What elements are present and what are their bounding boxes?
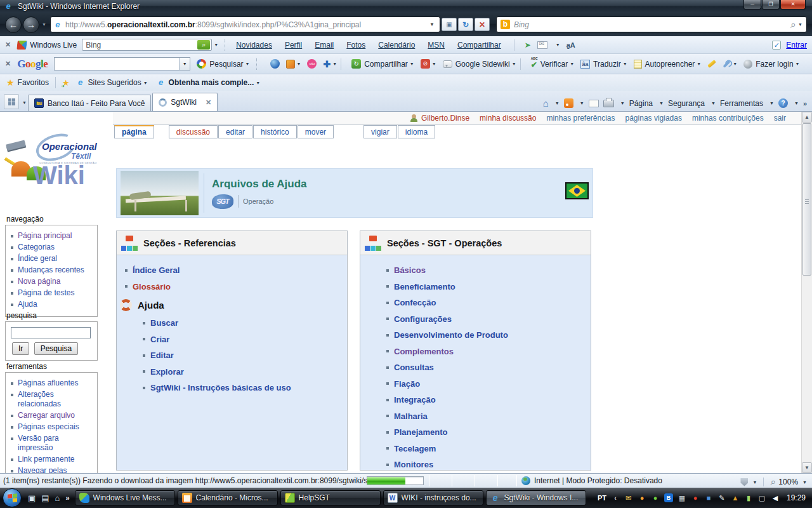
translate-button[interactable]: Traduzir <box>593 60 621 69</box>
map-pin-icon[interactable] <box>525 41 531 50</box>
live-toolbar-link[interactable]: Fotos <box>346 41 365 50</box>
page-menu[interactable]: Página <box>629 99 653 108</box>
sign-in-link[interactable]: Entrar <box>786 41 807 50</box>
personal-link[interactable]: minha discussão <box>480 114 536 123</box>
back-button[interactable]: ← <box>5 17 22 33</box>
section-link[interactable]: Tecelagem <box>394 444 436 453</box>
wiki-search-input[interactable] <box>11 327 91 338</box>
rss-dropdown[interactable] <box>580 101 584 105</box>
volume-icon[interactable]: ◀ <box>771 494 780 502</box>
section-link[interactable]: Integração <box>394 395 436 404</box>
bluetooth-icon[interactable]: B <box>664 493 673 502</box>
personal-link[interactable]: minhas preferências <box>546 114 615 123</box>
sidebar-tool-link[interactable]: Páginas afluentes <box>18 378 78 388</box>
sidebar-tool-link[interactable]: Link permanente <box>18 455 74 464</box>
google-earth-icon[interactable] <box>270 59 280 69</box>
tab-list-dropdown[interactable] <box>22 100 27 105</box>
section-link[interactable]: Beneficiamento <box>394 282 455 291</box>
command-overflow-icon[interactable] <box>803 100 807 107</box>
wiki-page-tab[interactable]: mover <box>298 125 334 138</box>
quick-launch-overflow-icon[interactable] <box>65 494 69 502</box>
print-dropdown[interactable] <box>620 101 625 105</box>
section-link[interactable]: Confecção <box>394 298 436 307</box>
section-link[interactable]: Consultas <box>394 363 434 372</box>
taskbar-button[interactable]: Calendário - Micros... <box>178 490 278 505</box>
share-icon[interactable] <box>351 59 361 69</box>
popup-blocker-dropdown[interactable] <box>432 62 436 66</box>
toolbar-close-icon[interactable] <box>5 60 11 68</box>
autofill-button[interactable]: Autopreencher <box>645 60 695 69</box>
autofill-icon[interactable] <box>634 60 642 69</box>
recent-pages-dropdown[interactable] <box>42 22 46 27</box>
add-buttons-icon[interactable] <box>323 59 331 69</box>
search-icon[interactable] <box>790 19 796 30</box>
taskbar-button[interactable]: Windows Live Mess... <box>75 490 175 505</box>
popup-blocker-icon[interactable] <box>421 59 430 69</box>
live-toolbar-link[interactable]: Compartilhar <box>457 41 501 50</box>
sidebar-nav-link[interactable]: Página principal <box>18 231 72 241</box>
taskbar-button[interactable]: SgtWiki - Windows I... <box>486 490 586 505</box>
personal-link[interactable]: sair <box>774 114 786 123</box>
start-button[interactable] <box>3 488 22 507</box>
mail-icon[interactable] <box>537 41 547 49</box>
window-switcher-icon[interactable]: ▤ <box>41 493 49 503</box>
quick-tabs-button[interactable] <box>4 94 19 109</box>
favorites-star-icon[interactable] <box>6 77 15 88</box>
sidebar-nav-link[interactable]: Mudanças recentes <box>18 265 84 275</box>
translate-dropdown[interactable] <box>623 62 627 66</box>
battery-icon[interactable]: ▮ <box>744 494 753 502</box>
spellcheck-icon[interactable] <box>531 59 537 69</box>
live-search-input[interactable] <box>82 41 197 50</box>
messenger-icon[interactable]: ● <box>638 494 646 502</box>
username-link[interactable]: Gilberto.Dinse <box>421 114 469 123</box>
personal-link[interactable]: minhas contribuições <box>692 114 764 123</box>
safety-menu-dropdown[interactable] <box>711 101 716 105</box>
forward-button[interactable]: → <box>23 17 39 33</box>
address-bar[interactable]: http://www5.operacionaltextil.com.br:809… <box>50 17 440 32</box>
personal-link[interactable]: páginas vigiadas <box>625 114 682 123</box>
brazil-flag-icon[interactable] <box>565 182 589 199</box>
taskbar-button[interactable]: HelpSGT <box>280 490 381 505</box>
show-desktop-icon[interactable]: ▣ <box>28 493 36 503</box>
network-icon[interactable]: ▦ <box>678 494 686 502</box>
google-search-button[interactable]: Pesquisar <box>209 60 243 69</box>
sidewiki-dropdown[interactable] <box>512 62 516 66</box>
sidebar-tool-link[interactable]: Páginas especiais <box>18 422 79 432</box>
scrollbar-thumb[interactable] <box>802 123 811 276</box>
form-fill-icon[interactable] <box>772 41 781 50</box>
get-more-link[interactable]: Obtenha mais comple... <box>169 78 254 87</box>
translate-icon[interactable] <box>580 60 590 69</box>
close-button[interactable]: ✕ <box>780 0 806 10</box>
collapse-icon[interactable]: ‹ <box>611 494 620 502</box>
share-dropdown[interactable] <box>410 62 414 66</box>
home-icon[interactable] <box>543 98 549 109</box>
live-toolbar-link[interactable]: Email <box>315 41 334 50</box>
search-box[interactable]: Bing <box>496 17 807 32</box>
google-search-input[interactable] <box>55 59 179 69</box>
sidebar-tool-link[interactable]: Carregar arquivo <box>18 411 75 420</box>
settings-dropdown[interactable] <box>733 62 737 66</box>
read-mail-icon[interactable] <box>589 100 599 107</box>
suggested-sites-dropdown[interactable] <box>143 81 148 85</box>
display-icon[interactable]: ▢ <box>757 494 766 502</box>
live-toolbar-link[interactable]: Novidades <box>236 41 272 50</box>
wiki-page-tab[interactable]: editar <box>218 125 252 138</box>
section-link[interactable]: Malharia <box>394 411 428 421</box>
live-toolbar-link[interactable]: MSN <box>428 41 445 50</box>
vertical-scrollbar[interactable]: ▲ ▼ <box>801 112 812 473</box>
rss-icon[interactable] <box>564 98 573 108</box>
tools-menu-dropdown[interactable] <box>769 101 774 105</box>
section-link[interactable]: Fiação <box>394 379 420 389</box>
zoom-icon[interactable] <box>770 476 776 488</box>
sidebar-tool-link[interactable]: Alterações relacionadas <box>18 390 95 409</box>
wiki-page-tab[interactable]: histórico <box>253 125 297 138</box>
section-link[interactable]: Monitores <box>394 460 433 469</box>
suggested-sites-link[interactable]: Sites Sugeridos <box>88 78 141 87</box>
stop-button[interactable]: ✕ <box>475 18 490 31</box>
section-link[interactable]: Básicos <box>394 265 426 275</box>
sidebar-tool-link[interactable]: Versão para impressão <box>18 434 95 453</box>
protected-mode-dropdown[interactable] <box>752 480 757 485</box>
restore-button[interactable]: ❐ <box>762 0 780 10</box>
minimize-button[interactable]: ─ <box>743 0 761 10</box>
search-button[interactable]: Pesquisa <box>34 342 78 355</box>
